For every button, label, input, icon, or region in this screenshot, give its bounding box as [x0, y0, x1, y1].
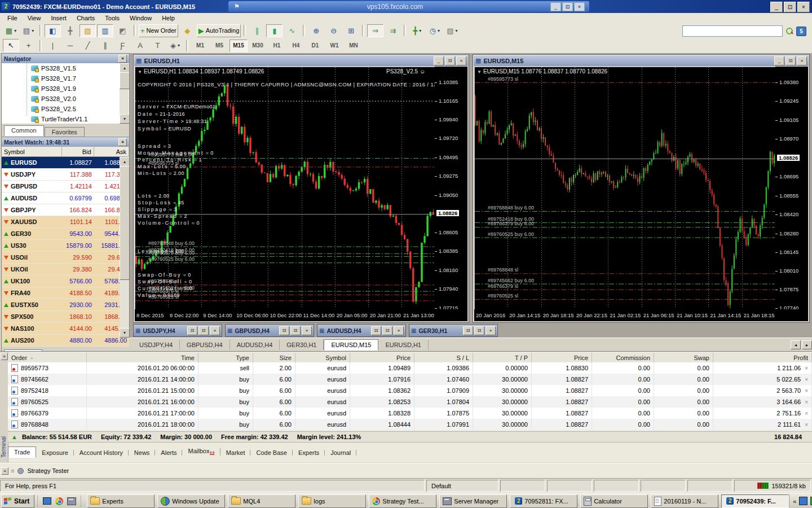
- order-row-89768848[interactable]: 897688482016.01.21 18:00:00buy6.00eurusd…: [8, 419, 812, 431]
- vertical-line-tool[interactable]: |: [45, 39, 61, 52]
- market-watch-toggle[interactable]: ◧: [45, 24, 61, 37]
- tab-scroll-left-icon[interactable]: ◂: [791, 340, 801, 349]
- periods-menu-button[interactable]: ◷▾: [426, 24, 443, 37]
- tray-chevron[interactable]: «: [793, 498, 796, 505]
- terminal-tab-news[interactable]: News: [129, 448, 156, 458]
- chart-dropdown-icon[interactable]: ▼: [138, 69, 142, 75]
- minimized-window-ger30-h1[interactable]: ▦GER30,H1⊡⊡×: [409, 324, 498, 337]
- terminal-column-type[interactable]: Type: [198, 353, 253, 362]
- chart-restore-button[interactable]: ⊡: [445, 56, 455, 65]
- search-icon[interactable]: [785, 27, 793, 35]
- taskbar-button-server-manager[interactable]: Server Manager: [439, 494, 507, 508]
- navigator-item-ps328_v2.5[interactable]: PS328_V2.5: [2, 104, 129, 114]
- close-order-icon[interactable]: ×: [805, 376, 808, 383]
- scrollbar-thumb[interactable]: [120, 166, 130, 280]
- chart-minimize-button[interactable]: _: [434, 56, 444, 65]
- strategy-tester-close-icon[interactable]: ×: [1, 467, 8, 475]
- close-button[interactable]: ×: [302, 326, 312, 335]
- vps-close-button[interactable]: ×: [574, 2, 585, 11]
- chart-window-eurusd-m15-title-bar[interactable]: ▦EURUSD,M15_⊡×: [474, 55, 809, 66]
- navigator-item-ps328_v1.7[interactable]: PS328_V1.7: [2, 73, 129, 84]
- menu-tools[interactable]: Tools: [100, 14, 125, 22]
- terminal-column-price[interactable]: Price: [350, 353, 414, 362]
- terminal-column-size[interactable]: Size: [253, 353, 295, 362]
- period-m15[interactable]: M15: [230, 40, 248, 52]
- terminal-column-tp[interactable]: T / P: [473, 353, 532, 362]
- menu-insert[interactable]: Insert: [46, 14, 72, 22]
- market-watch-close-icon[interactable]: ×: [118, 138, 127, 146]
- order-row-89760525[interactable]: 897605252016.01.21 16:00:00buy6.00eurusd…: [8, 396, 812, 408]
- chart-tab-usdjpy-h4[interactable]: USDJPY,H4: [133, 340, 180, 350]
- symbol-row-xauusd[interactable]: XAUUSD1101.141101.62: [2, 216, 129, 228]
- navigator-toggle[interactable]: ▧: [80, 24, 96, 37]
- close-button[interactable]: ×: [394, 326, 404, 335]
- chart-tab-gbpusd-h4[interactable]: GBPUSD,H4: [180, 340, 230, 350]
- menu-file[interactable]: File: [2, 14, 23, 22]
- period-w1[interactable]: W1: [325, 40, 343, 52]
- taskbar-button-logs[interactable]: logs: [298, 494, 366, 508]
- chart-minimize-button[interactable]: _: [774, 56, 784, 65]
- chart-dropdown-icon[interactable]: ▼: [477, 69, 482, 75]
- terminal-tab-account-history[interactable]: Account History: [74, 448, 129, 458]
- terminal-column-time[interactable]: Time: [87, 353, 198, 362]
- terminal-toggle[interactable]: ▥: [97, 24, 113, 37]
- maximize-button[interactable]: ⊡: [198, 326, 209, 335]
- profiles-button[interactable]: ▤▾: [20, 24, 37, 37]
- close-order-icon[interactable]: ×: [805, 365, 808, 371]
- scroll-up-icon[interactable]: ▲: [120, 63, 129, 73]
- show-desktop-icon[interactable]: [42, 496, 52, 506]
- chart-close-button[interactable]: ×: [456, 56, 466, 65]
- metaeditor-button[interactable]: ◆: [179, 24, 196, 37]
- vps-restore-button[interactable]: ⊡: [562, 2, 573, 11]
- tile-windows-button[interactable]: ⊞: [343, 24, 359, 37]
- taskbar-button-windows-update[interactable]: Windows Update: [157, 494, 225, 508]
- maximize-button[interactable]: ⊡: [290, 326, 301, 335]
- channel-tool[interactable]: ∥: [97, 39, 113, 52]
- minimized-window-audusd-h4[interactable]: ▦AUDUSD,H4⊡⊡×: [317, 324, 406, 337]
- chart-tab-ger30-h1[interactable]: GER30,H1: [280, 340, 324, 350]
- period-m5[interactable]: M5: [210, 40, 228, 52]
- taskbar-button-strategy-test-[interactable]: Strategy Test...: [369, 494, 436, 508]
- symbol-row-eustx50[interactable]: EUSTX502930.002931.00: [2, 299, 129, 311]
- period-h1[interactable]: H1: [268, 40, 286, 52]
- period-m1[interactable]: M1: [191, 40, 209, 52]
- symbol-row-ger30[interactable]: GER309543.009544.00: [2, 228, 129, 240]
- taskbar-button-20160119-n-[interactable]: 20160119 - N...: [651, 494, 718, 508]
- terminal-column-commission[interactable]: Commission: [592, 353, 654, 362]
- close-order-icon[interactable]: ×: [805, 410, 808, 417]
- window-minimize-button[interactable]: _: [770, 2, 783, 12]
- symbol-row-eurusd[interactable]: EURUSD1.088271.08830: [2, 157, 129, 169]
- period-m30[interactable]: M30: [249, 40, 267, 52]
- chart-tab-eurusd-h1[interactable]: EURUSD,H1: [378, 340, 429, 350]
- minimized-window-usdjpy-h4[interactable]: ▦USDJPY,H4⊡⊡×: [133, 324, 222, 337]
- auto-scroll-toggle[interactable]: ⇒: [367, 24, 383, 37]
- terminal-tab-alerts[interactable]: Alerts: [155, 448, 182, 458]
- scrollbar-thumb[interactable]: [120, 72, 129, 89]
- window-close-button[interactable]: ×: [797, 2, 810, 12]
- symbol-row-nas100[interactable]: NAS1004144.004145.00: [2, 323, 129, 335]
- fibonacci-tool[interactable]: Ƒ: [114, 39, 131, 52]
- text-tool[interactable]: A: [132, 39, 148, 52]
- strategy-tester-grip-icon[interactable]: ≡: [11, 467, 14, 474]
- new-order-button[interactable]: +New Order: [139, 24, 178, 37]
- symbol-row-ukoil[interactable]: UKOil29.38029.430: [2, 264, 129, 275]
- label-tool[interactable]: T: [149, 39, 166, 52]
- restore-button[interactable]: ⊡: [279, 326, 289, 335]
- close-button[interactable]: ×: [210, 326, 220, 335]
- line-chart-button[interactable]: ∿: [284, 24, 300, 37]
- horizontal-line-tool[interactable]: ─: [62, 39, 78, 52]
- period-mn[interactable]: MN: [345, 40, 363, 52]
- close-order-icon[interactable]: ×: [805, 399, 808, 405]
- navigator-item-ps328_v2.0[interactable]: PS328_V2.0: [2, 94, 129, 104]
- terminal-column-price[interactable]: Price: [532, 353, 592, 362]
- terminal-tab-journal[interactable]: Journal: [325, 448, 356, 458]
- symbol-row-us30[interactable]: US3015879.0015881.00: [2, 240, 129, 252]
- taskbar-button-70952439-f-[interactable]: 270952439: F...: [721, 494, 789, 508]
- symbol-row-spx500[interactable]: SPX5001868.101868.60: [2, 311, 129, 323]
- column-header-bid[interactable]: Bid: [62, 147, 94, 156]
- menu-help[interactable]: Help: [157, 14, 180, 22]
- cursor-tool[interactable]: ↖: [3, 39, 19, 52]
- navigator-item-turtletraderv1.1[interactable]: TurtleTraderV1.1: [2, 114, 129, 124]
- search-input[interactable]: [682, 25, 783, 37]
- symbol-row-uk100[interactable]: UK1005766.005768.00: [2, 275, 129, 287]
